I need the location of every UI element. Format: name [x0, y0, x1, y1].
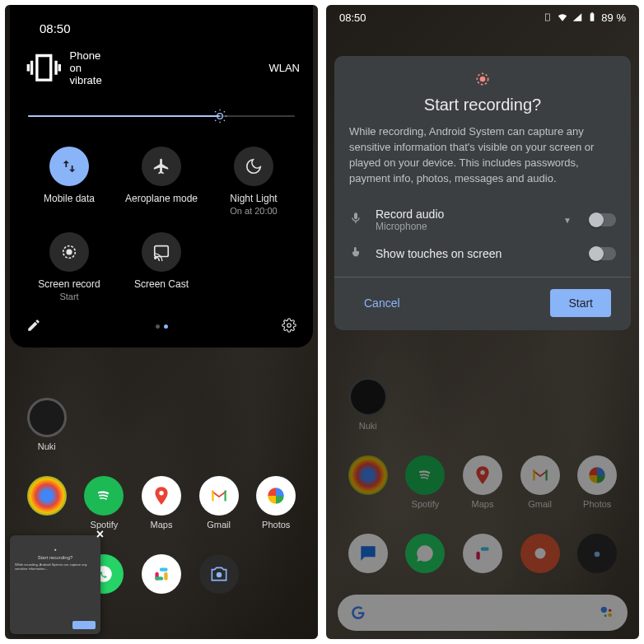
show-touches-toggle[interactable]	[590, 247, 616, 260]
status-time: 08:50	[339, 12, 366, 24]
svg-rect-2	[160, 567, 168, 571]
signal-icon	[572, 12, 583, 23]
moon-icon	[234, 147, 273, 186]
status-bar: 08:50 89 %	[326, 5, 639, 30]
mobile-data-icon	[49, 147, 89, 186]
wifi-icon	[557, 12, 568, 23]
svg-point-11	[287, 323, 292, 327]
cancel-button[interactable]: Cancel	[354, 290, 410, 316]
vibrate-icon	[542, 12, 553, 23]
record-audio-row[interactable]: Record audio Microphone ▼	[349, 201, 616, 239]
gear-icon	[282, 318, 296, 333]
app-slack[interactable]	[133, 554, 190, 598]
dialog-title: Start recording?	[349, 96, 616, 114]
tile-airplane[interactable]: Aeroplane mode	[115, 147, 208, 216]
svg-rect-12	[546, 14, 550, 21]
show-touches-row[interactable]: Show touches on screen	[349, 239, 616, 268]
phone-right: 08:50 89 % Nuki Spotify Maps Gmail Photo…	[326, 5, 639, 639]
tile-night-light[interactable]: Night Light On at 20:00	[208, 147, 300, 216]
svg-rect-9	[155, 245, 169, 256]
app-spotify[interactable]: Spotify	[76, 476, 133, 530]
close-icon[interactable]: ×	[96, 527, 104, 542]
svg-point-25	[481, 77, 485, 82]
quick-settings-panel: 08:50 Phone on vibrate WLAN Mobile data	[10, 5, 313, 348]
brightness-icon	[212, 108, 228, 124]
app-folder[interactable]	[18, 476, 76, 530]
tile-mobile-data[interactable]: Mobile data	[23, 147, 115, 216]
svg-point-5	[216, 572, 222, 578]
status-time: 08:50	[40, 21, 300, 35]
svg-point-8	[67, 250, 72, 254]
svg-rect-4	[155, 576, 163, 580]
app-nuki[interactable]: Nuki	[18, 398, 76, 451]
start-button[interactable]: Start	[550, 289, 611, 317]
battery-icon	[586, 12, 598, 23]
battery-percent: 89 %	[601, 12, 626, 24]
record-icon	[49, 232, 89, 272]
dialog-body: While recording, Android System can capt…	[349, 124, 616, 186]
app-camera[interactable]	[190, 554, 248, 598]
touch-icon	[349, 245, 364, 262]
recent-preview-card[interactable]: × ● Start recording? While recording, An…	[10, 535, 100, 634]
app-maps[interactable]: Maps	[133, 476, 190, 530]
chevron-down-icon[interactable]: ▼	[563, 216, 572, 225]
svg-point-6	[217, 113, 223, 119]
svg-rect-3	[164, 572, 167, 581]
edit-tiles-button[interactable]	[26, 318, 41, 336]
wifi-status[interactable]: WLAN	[264, 62, 300, 74]
brightness-slider[interactable]	[28, 104, 295, 128]
tile-cast[interactable]: Screen Cast	[115, 232, 208, 301]
svg-point-10	[155, 257, 156, 259]
airplane-icon	[142, 147, 181, 186]
svg-point-0	[159, 491, 163, 495]
svg-rect-14	[591, 12, 593, 13]
record-icon	[349, 71, 616, 87]
record-audio-toggle[interactable]	[590, 213, 616, 226]
tile-screen-record[interactable]: Screen record Start	[23, 232, 115, 301]
settings-button[interactable]	[282, 318, 296, 336]
phone-left: Nuki Spotify Maps Gmail Photos 08:50 Pho…	[5, 5, 318, 639]
mic-icon	[349, 212, 364, 228]
pencil-icon	[26, 318, 41, 333]
screen-record-dialog: Start recording? While recording, Androi…	[334, 56, 631, 330]
app-photos[interactable]: Photos	[247, 476, 305, 530]
vibrate-icon	[23, 47, 65, 89]
svg-rect-13	[590, 13, 595, 21]
ringer-status[interactable]: Phone on vibrate	[23, 47, 109, 89]
cast-icon	[142, 232, 181, 272]
page-indicator	[156, 324, 168, 329]
app-gmail[interactable]: Gmail	[190, 476, 248, 530]
qs-tiles: Mobile data Aeroplane mode Night Light O…	[23, 147, 300, 301]
